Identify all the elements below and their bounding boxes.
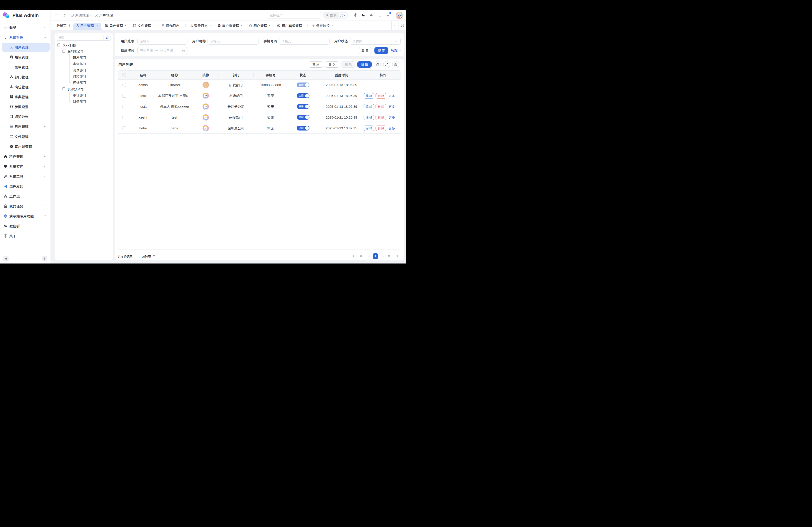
svg-text:DEV: DEV bbox=[10, 126, 13, 127]
